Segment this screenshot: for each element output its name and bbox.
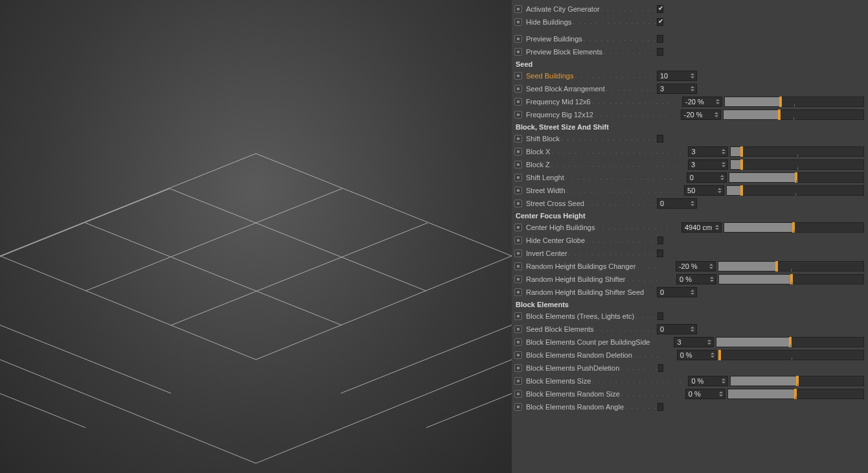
input-street-width[interactable]: 50 <box>684 185 724 196</box>
anim-key-icon[interactable] <box>514 224 522 231</box>
svg-line-10 <box>256 360 512 463</box>
slider-block-elements-rand-size[interactable] <box>727 389 864 399</box>
anim-key-icon[interactable] <box>514 390 522 398</box>
anim-key-icon[interactable] <box>514 325 522 333</box>
slider-block-elements-size[interactable] <box>730 376 864 386</box>
spinner-icon[interactable] <box>711 351 716 360</box>
spinner-icon[interactable] <box>716 97 721 106</box>
input-rand-height-shifter-seed[interactable]: 0 <box>657 287 697 297</box>
anim-key-icon[interactable] <box>514 364 522 372</box>
checkbox-shift-block[interactable] <box>657 135 663 143</box>
checkbox-block-elements[interactable] <box>657 312 663 320</box>
anim-key-icon[interactable] <box>514 187 522 194</box>
input-seed-buildings[interactable]: 10 <box>657 71 697 81</box>
checkbox-push-deletion[interactable] <box>658 364 663 372</box>
svg-line-14 <box>426 325 512 428</box>
spinner-icon[interactable] <box>691 71 696 80</box>
input-block-elements-size[interactable]: 0 % <box>688 376 728 386</box>
spinner-icon[interactable] <box>718 186 723 195</box>
checkbox-hide-buildings[interactable] <box>657 18 663 26</box>
input-center-high[interactable]: 4940 cm <box>681 222 722 233</box>
spinner-icon[interactable] <box>691 84 696 93</box>
label-seed-block-arrangement: Seed Block Arrangement <box>526 85 605 93</box>
slider-block-elements-count[interactable] <box>716 337 864 347</box>
anim-key-icon[interactable] <box>514 288 522 296</box>
anim-key-icon[interactable] <box>514 135 522 143</box>
anim-key-icon[interactable] <box>514 262 522 270</box>
slider-block-x[interactable] <box>730 146 864 157</box>
input-rand-height-changer[interactable]: -20 % <box>676 261 716 271</box>
anim-key-icon[interactable] <box>514 85 522 93</box>
spinner-icon[interactable] <box>722 376 727 386</box>
input-freq-big[interactable]: -20 % <box>681 110 721 120</box>
label-block-elements-size: Block Elements Size <box>526 377 591 385</box>
anim-key-icon[interactable] <box>514 403 522 411</box>
input-street-cross-seed[interactable]: 0 <box>657 198 697 209</box>
input-freq-mid[interactable]: -20 % <box>682 97 722 107</box>
anim-key-icon[interactable] <box>514 72 522 80</box>
checkbox-activate-city[interactable] <box>657 5 663 13</box>
input-seed-block-arrangement[interactable]: 3 <box>657 84 697 94</box>
spinner-icon[interactable] <box>691 325 696 334</box>
anim-key-icon[interactable] <box>514 249 522 257</box>
slider-freq-big[interactable] <box>723 110 864 120</box>
label-shift-block: Shift Block <box>526 135 560 143</box>
spinner-icon[interactable] <box>710 275 715 284</box>
svg-line-7 <box>170 189 426 291</box>
slider-block-elements-rand-del[interactable] <box>719 350 864 360</box>
input-block-elements-count[interactable]: 3 <box>674 337 714 347</box>
label-street-cross-seed: Street Cross Seed <box>526 200 584 207</box>
slider-shift-length[interactable] <box>729 172 864 183</box>
slider-center-high[interactable] <box>724 222 864 233</box>
anim-key-icon[interactable] <box>514 98 522 106</box>
anim-key-icon[interactable] <box>514 236 522 244</box>
viewport-3d[interactable] <box>0 0 512 473</box>
checkbox-rand-angle[interactable] <box>657 403 663 411</box>
anim-key-icon[interactable] <box>514 275 522 283</box>
label-seed-block-elements: Seed Block Elements <box>526 325 594 333</box>
slider-block-z[interactable] <box>730 159 864 170</box>
input-seed-block-elements[interactable]: 0 <box>657 324 697 334</box>
spinner-icon[interactable] <box>691 199 696 208</box>
anim-key-icon[interactable] <box>514 5 522 13</box>
label-preview-block-elements: Preview Block Elements <box>526 48 602 56</box>
anim-key-icon[interactable] <box>514 312 522 320</box>
spinner-icon[interactable] <box>719 389 724 398</box>
checkbox-preview-block-elements[interactable] <box>657 48 663 56</box>
anim-key-icon[interactable] <box>514 351 522 359</box>
slider-rand-height-shifter[interactable] <box>718 274 864 284</box>
anim-key-icon[interactable] <box>514 48 522 56</box>
anim-key-icon[interactable] <box>514 377 522 385</box>
checkbox-preview-buildings[interactable] <box>657 35 663 43</box>
spinner-icon[interactable] <box>709 262 714 271</box>
spinner-icon[interactable] <box>715 223 720 232</box>
input-rand-height-shifter[interactable]: 0 % <box>676 274 716 284</box>
properties-panel: Activate City Generator . . . . . . . . … <box>512 0 868 473</box>
spinner-icon[interactable] <box>707 338 713 347</box>
input-block-x[interactable]: 3 <box>688 146 728 157</box>
slider-freq-mid[interactable] <box>724 97 864 107</box>
input-block-elements-rand-size[interactable]: 0 % <box>685 389 725 399</box>
anim-key-icon[interactable] <box>514 35 522 43</box>
spinner-icon[interactable] <box>714 110 720 119</box>
anim-key-icon[interactable] <box>514 161 522 168</box>
label-block-elements-rand-del: Block Elements Random Deletion <box>526 351 632 359</box>
anim-key-icon[interactable] <box>514 174 522 181</box>
checkbox-invert-center[interactable] <box>657 249 663 257</box>
spinner-icon[interactable] <box>720 173 725 182</box>
anim-key-icon[interactable] <box>514 200 522 207</box>
input-block-z[interactable]: 3 <box>688 159 728 170</box>
anim-key-icon[interactable] <box>514 338 522 346</box>
slider-rand-height-changer[interactable] <box>718 261 864 271</box>
anim-key-icon[interactable] <box>514 148 522 156</box>
spinner-icon[interactable] <box>722 160 727 169</box>
input-shift-length[interactable]: 0 <box>687 172 727 183</box>
input-block-elements-rand-del[interactable]: 0 % <box>677 350 717 360</box>
label-rand-height-changer: Random Height Buildings Changer <box>526 262 635 270</box>
checkbox-hide-globe[interactable] <box>657 236 663 244</box>
spinner-icon[interactable] <box>691 288 696 297</box>
anim-key-icon[interactable] <box>514 18 522 26</box>
anim-key-icon[interactable] <box>514 111 522 119</box>
slider-street-width[interactable] <box>726 185 864 196</box>
spinner-icon[interactable] <box>722 147 727 156</box>
